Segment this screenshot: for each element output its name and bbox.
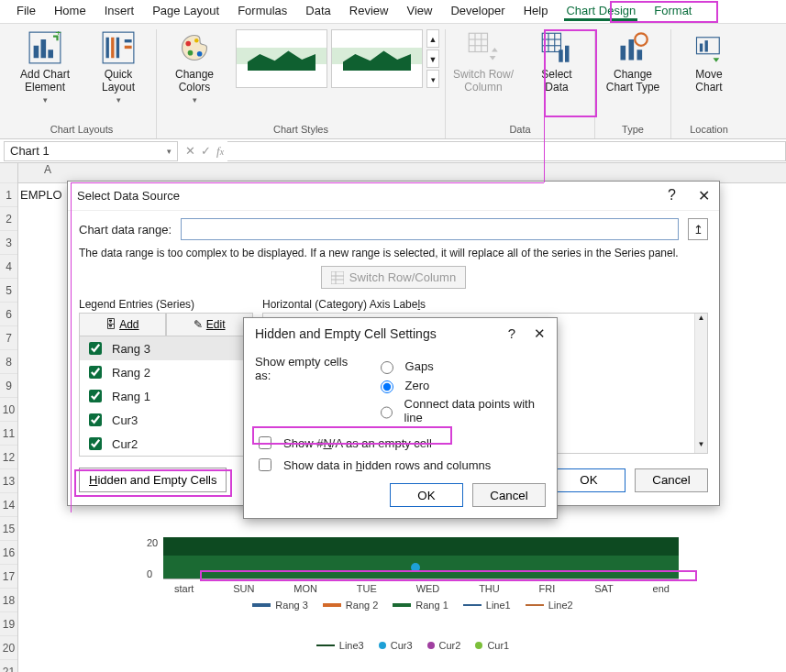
row-header[interactable]: 21 bbox=[0, 660, 17, 672]
row-header[interactable]: 4 bbox=[0, 255, 17, 279]
series-item[interactable]: Rang 1 bbox=[80, 384, 252, 408]
row-header[interactable]: 16 bbox=[0, 541, 17, 565]
row-header[interactable]: 15 bbox=[0, 517, 17, 541]
tab-pagelayout[interactable]: Page Layout bbox=[143, 0, 228, 23]
svg-rect-3 bbox=[48, 50, 53, 58]
svg-rect-7 bbox=[111, 38, 114, 59]
add-series-button[interactable]: 🗄 Add bbox=[79, 313, 166, 336]
cancel-button[interactable]: Cancel bbox=[472, 483, 546, 507]
row-header[interactable]: 14 bbox=[0, 493, 17, 517]
row-header[interactable]: 2 bbox=[0, 207, 17, 231]
range-picker-button[interactable]: ↥ bbox=[688, 218, 708, 240]
chart-style-gallery: ▲ ▼ ▾ bbox=[236, 29, 439, 88]
row-header[interactable]: 19 bbox=[0, 612, 17, 636]
tab-help[interactable]: Help bbox=[515, 0, 558, 23]
series-checkbox[interactable] bbox=[89, 437, 102, 450]
row-header[interactable]: 8 bbox=[0, 350, 17, 374]
show-na-checkbox[interactable] bbox=[259, 436, 271, 449]
select-data-button[interactable]: Select Data bbox=[525, 29, 589, 95]
row-header[interactable]: 9 bbox=[0, 374, 17, 398]
tab-view[interactable]: View bbox=[397, 0, 441, 23]
style-gallery-more[interactable]: ▾ bbox=[426, 70, 439, 88]
style-gallery-up[interactable]: ▲ bbox=[426, 29, 439, 48]
tab-chartdesign[interactable]: Chart Design bbox=[557, 0, 645, 23]
row-header[interactable]: 13 bbox=[0, 469, 17, 493]
series-checkbox[interactable] bbox=[89, 342, 102, 355]
hidden-empty-settings-dialog: Hidden and Empty Cell Settings ? ✕ Show … bbox=[243, 317, 558, 519]
move-chart-label: Move Chart bbox=[695, 68, 722, 94]
accept-formula-icon[interactable]: ✓ bbox=[201, 144, 211, 159]
series-checkbox[interactable] bbox=[89, 413, 102, 426]
embedded-chart[interactable]: 20 0 start SUN MON TUE WED THU FRI SAT e… bbox=[147, 537, 679, 651]
row-header[interactable]: 12 bbox=[0, 446, 17, 469]
close-icon[interactable]: ✕ bbox=[534, 325, 546, 342]
row-header[interactable]: 7 bbox=[0, 326, 17, 350]
svg-point-30 bbox=[635, 33, 648, 46]
row-header[interactable]: 6 bbox=[0, 303, 17, 326]
row-header[interactable]: 18 bbox=[0, 589, 17, 612]
range-complex-message: The data range is too complex to be disp… bbox=[79, 246, 708, 260]
select-data-icon bbox=[540, 31, 573, 64]
chart-style-1[interactable] bbox=[236, 29, 327, 88]
gaps-radio[interactable] bbox=[381, 361, 393, 374]
change-chart-type-label: Change Chart Type bbox=[606, 68, 659, 94]
help-icon[interactable]: ? bbox=[668, 187, 676, 204]
fx-icon[interactable]: fx bbox=[216, 144, 224, 159]
cell-a1[interactable]: EMPLO bbox=[18, 183, 62, 207]
scroll-up[interactable]: ▲ bbox=[695, 314, 707, 326]
name-box[interactable]: Chart 1 ▾ bbox=[4, 141, 178, 161]
edit-series-button[interactable]: ✎ Edit bbox=[166, 313, 253, 336]
move-chart-icon bbox=[692, 31, 725, 64]
row-header[interactable]: 17 bbox=[0, 565, 17, 589]
svg-rect-20 bbox=[542, 33, 560, 51]
series-item[interactable]: Rang 2 bbox=[80, 360, 252, 384]
style-gallery-down[interactable]: ▼ bbox=[426, 50, 439, 68]
hidden-empty-cells-button[interactable]: Hidden and Empty Cells bbox=[79, 468, 227, 492]
help-icon[interactable]: ? bbox=[508, 325, 515, 342]
change-colors-button[interactable]: Change Colors▾ bbox=[162, 29, 227, 108]
connect-radio[interactable] bbox=[381, 406, 393, 419]
tab-data[interactable]: Data bbox=[296, 0, 339, 23]
zero-radio[interactable] bbox=[381, 380, 393, 393]
series-item[interactable]: Cur3 bbox=[80, 408, 252, 432]
change-chart-type-button[interactable]: Change Chart Type bbox=[601, 29, 665, 95]
row-header[interactable]: 10 bbox=[0, 398, 17, 422]
svg-rect-1 bbox=[34, 46, 39, 59]
tab-home[interactable]: Home bbox=[45, 0, 95, 23]
quick-layout-label: Quick Layout bbox=[102, 68, 135, 94]
row-header[interactable]: 1 bbox=[0, 183, 17, 207]
move-chart-button[interactable]: Move Chart bbox=[677, 29, 741, 95]
name-box-label: Chart 1 bbox=[10, 144, 50, 158]
group-type-label: Type bbox=[622, 122, 644, 138]
show-hidden-checkbox[interactable] bbox=[259, 458, 271, 471]
tab-insert[interactable]: Insert bbox=[95, 0, 144, 23]
tab-format[interactable]: Format bbox=[645, 0, 701, 23]
svg-rect-9 bbox=[125, 39, 132, 42]
row-header[interactable]: 11 bbox=[0, 422, 17, 446]
row-header[interactable]: 5 bbox=[0, 279, 17, 303]
series-checkbox[interactable] bbox=[89, 390, 102, 402]
cancel-formula-icon[interactable]: ✕ bbox=[185, 144, 195, 159]
col-header[interactable]: A bbox=[18, 163, 77, 182]
add-chart-element-button[interactable]: + Add Chart Element▾ bbox=[13, 29, 77, 108]
series-item[interactable]: Cur2 bbox=[80, 432, 252, 456]
scroll-down[interactable]: ▼ bbox=[695, 440, 707, 453]
row-header[interactable]: 3 bbox=[0, 231, 17, 255]
chart-style-2[interactable] bbox=[331, 29, 423, 88]
chart-data-range-input[interactable] bbox=[181, 218, 679, 240]
tab-review[interactable]: Review bbox=[340, 0, 398, 23]
series-checkbox[interactable] bbox=[89, 366, 102, 379]
quick-layout-button[interactable]: Quick Layout▾ bbox=[86, 29, 150, 108]
row-header[interactable]: 20 bbox=[0, 636, 17, 660]
formula-input[interactable] bbox=[227, 141, 786, 161]
tab-developer[interactable]: Developer bbox=[441, 0, 514, 23]
ok-button[interactable]: OK bbox=[390, 483, 463, 507]
series-item[interactable]: Rang 3 bbox=[80, 336, 252, 360]
x-axis-labels: start SUN MON TUE WED THU FRI SAT end bbox=[165, 583, 679, 594]
y-axis-ticks: 20 0 bbox=[147, 537, 158, 579]
tab-file[interactable]: File bbox=[7, 0, 45, 23]
close-icon[interactable]: ✕ bbox=[698, 187, 710, 204]
tab-formulas[interactable]: Formulas bbox=[228, 0, 296, 23]
cancel-button[interactable]: Cancel bbox=[635, 468, 708, 492]
ok-button[interactable]: OK bbox=[552, 468, 625, 492]
